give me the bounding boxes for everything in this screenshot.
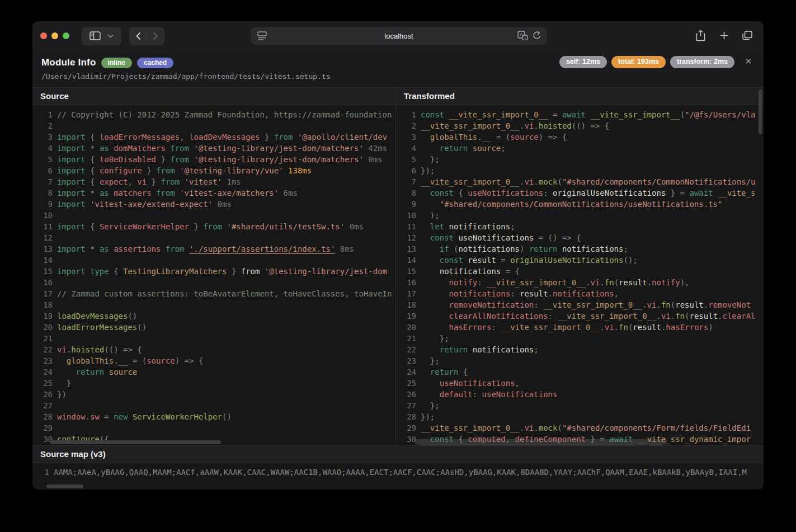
line-number: 14: [32, 255, 57, 266]
code-line: 22 return notifications;: [396, 344, 764, 355]
code-token: loadErrorMessages: [57, 323, 137, 332]
line-number: 3: [396, 131, 421, 143]
translate-icon[interactable]: A ⋆: [517, 31, 528, 40]
code-line: 24 return source: [32, 366, 395, 378]
transformed-vertical-scrollbar[interactable]: [759, 90, 762, 134]
code-line: 5import { toBeDisabled } from '@testing-…: [32, 154, 395, 165]
inline-badge: inline: [101, 58, 132, 68]
sidebar-toggle-button[interactable]: [84, 27, 106, 45]
module-link[interactable]: './support/assertions/index.ts': [189, 244, 335, 253]
code-token: removeNot: [708, 300, 751, 309]
code-line: 6import { configure } from '@testing-lib…: [32, 165, 395, 176]
code-token: import: [57, 244, 86, 253]
back-button[interactable]: [130, 27, 147, 45]
code-line: 24 return {: [396, 366, 764, 378]
code-token: }: [156, 155, 170, 164]
source-map-horizontal-scrollbar[interactable]: [46, 484, 83, 488]
line-number: 27: [32, 400, 57, 411]
code-token: 1ms: [222, 177, 241, 186]
code-token: hasErrors: [421, 323, 491, 332]
code-line: 8import * as matchers from 'vitest-axe/m…: [32, 187, 395, 199]
source-horizontal-scrollbar[interactable]: [50, 440, 221, 444]
code-token: notifications: [421, 289, 510, 298]
code-token: '@testing-library/jest-dom: [260, 267, 387, 276]
transformed-horizontal-scrollbar[interactable]: [415, 439, 667, 445]
code-token: result: [675, 300, 704, 309]
line-number: 18: [32, 299, 57, 310]
code-token: });: [421, 412, 435, 421]
code-line: 2__vite_ssr_import_0__.vi.hoisted(() => …: [396, 120, 764, 131]
line-number: 23: [396, 355, 421, 366]
code-token: *: [86, 189, 100, 197]
code-token: ),: [680, 278, 690, 287]
code-panels: Source 1// Copyright (C) 2012-2025 Zamma…: [32, 87, 764, 445]
line-number: 14: [396, 255, 421, 266]
code-token: __vite_ssr_import__: [586, 110, 680, 119]
code-token: window: [57, 412, 86, 421]
code-token: return: [57, 368, 104, 376]
code-line: 19loadDevMessages(): [32, 310, 395, 322]
code-token: source: [510, 133, 539, 142]
code-token: globalThis: [57, 356, 114, 365]
code-token: .: [647, 278, 652, 287]
line-number: 29: [32, 422, 57, 434]
close-button[interactable]: ×: [741, 54, 756, 68]
zoom-window-button[interactable]: [63, 32, 69, 39]
sidebar-menu-button[interactable]: [106, 27, 119, 45]
code-line: 11import { ServiceWorkerHelper } from '#…: [32, 221, 395, 232]
code-token: .: [548, 289, 553, 298]
code-token: };: [421, 401, 440, 410]
code-token: const: [421, 233, 454, 242]
line-number: 24: [32, 366, 57, 378]
code-token: {: [86, 222, 100, 231]
code-token: fn: [661, 300, 671, 309]
code-line: 21 };: [396, 333, 764, 344]
code-token: ): [520, 244, 529, 253]
code-token: useNotifications: [421, 379, 515, 388]
code-line: 27: [32, 400, 395, 411]
code-line: 5 };: [396, 154, 764, 165]
forward-button[interactable]: [147, 27, 163, 45]
code-token: source: [147, 356, 175, 365]
tab-overview-button[interactable]: [740, 27, 755, 44]
code-token: =: [496, 256, 510, 265]
code-line: 20 hasErrors: __vite_ssr_import_0__.vi.f…: [396, 322, 764, 333]
code-token: from: [241, 267, 260, 276]
code-token: ,: [128, 177, 137, 186]
code-token: 'vitest-axe/extend-expect': [86, 200, 213, 209]
line-number: 12: [32, 232, 57, 243]
code-line: 9 "#shared/components/CommonNotification…: [396, 199, 764, 210]
reader-icon[interactable]: [257, 31, 267, 40]
code-token: .: [718, 312, 722, 321]
line-number: 19: [32, 310, 57, 322]
code-token: assertions: [109, 244, 161, 253]
code-token: (): [222, 412, 232, 421]
code-token: as: [100, 144, 109, 153]
new-tab-button[interactable]: [717, 27, 731, 44]
code-token: from: [203, 222, 222, 231]
code-line: 1const __vite_ssr_import_0__ = await __v…: [396, 109, 764, 120]
reload-icon[interactable]: [533, 31, 541, 40]
code-token: import: [57, 133, 86, 142]
code-token: 138ms: [284, 166, 312, 175]
tab-overview-icon: [742, 31, 752, 40]
code-token: ;: [623, 244, 628, 253]
share-button[interactable]: [693, 27, 708, 44]
module-info-header: Module Info inline cached self: 12ms tot…: [32, 50, 764, 87]
minimize-window-button[interactable]: [51, 32, 58, 39]
close-window-button[interactable]: [40, 32, 47, 39]
code-token: import: [57, 166, 86, 175]
address-bar[interactable]: localhost A ⋆: [251, 27, 547, 45]
code-token: .: [656, 300, 661, 309]
line-number: 25: [32, 378, 57, 389]
code-token: vi: [524, 121, 534, 130]
line-number: 27: [396, 400, 421, 411]
code-token: // Zammad custom assertions: toBeAvatarE…: [57, 289, 392, 298]
code-token: __: [482, 133, 492, 142]
transformed-code-area: 1const __vite_ssr_import_0__ = await __v…: [396, 105, 764, 445]
code-token: toBeDisabled: [100, 155, 156, 164]
code-token: (: [557, 177, 562, 186]
code-token: import type: [57, 267, 109, 276]
code-line: 15 notifications = {: [396, 266, 764, 277]
code-token: originalUseNotifications: [510, 256, 623, 265]
